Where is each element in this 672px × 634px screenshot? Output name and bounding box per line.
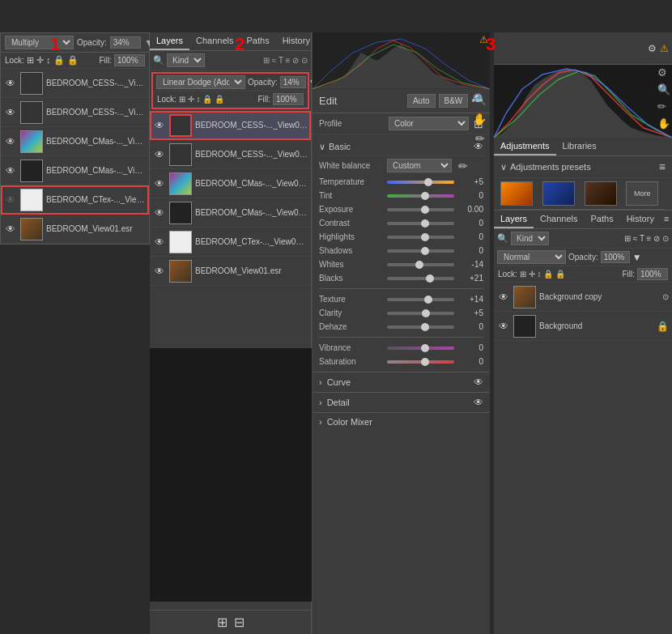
p1-blend-select[interactable]: Multiply Normal Linear Dodge (Add) xyxy=(5,36,74,49)
p2-kind-select[interactable]: Kind xyxy=(167,53,205,67)
p2-tab-channels[interactable]: Channels xyxy=(189,32,240,50)
p2-tab-paths[interactable]: Paths xyxy=(240,32,276,50)
p2-layer-0[interactable]: 👁 BEDROOM_CESS-..._View01.esr xyxy=(150,111,311,140)
cr-basic-header[interactable]: ∨ Basic 👁 xyxy=(319,138,483,156)
p1-eye-3[interactable]: 👁 xyxy=(4,164,17,177)
cr-highlights-thumb[interactable] xyxy=(421,233,429,241)
p3-settings-icon[interactable]: ⚙ xyxy=(648,43,657,54)
p1-eye-0[interactable]: 👁 xyxy=(4,77,17,90)
cr-contrast-track[interactable] xyxy=(387,222,454,225)
p2-layer-5[interactable]: 👁 BEDROOM_View01.esr xyxy=(150,257,311,286)
p2-layer-4[interactable]: 👁 BEDROOM_CTex-..._View01.esr xyxy=(150,228,311,257)
p2-eye-0[interactable]: 👁 xyxy=(153,119,166,132)
cr-shadows-track[interactable] xyxy=(387,249,454,253)
cr-texture-thumb[interactable] xyxy=(424,296,432,304)
cr-temp-thumb[interactable] xyxy=(424,178,432,186)
p3-layer-menu-icon[interactable]: ≡ xyxy=(661,211,672,228)
cr-profile-select[interactable]: Color B&W xyxy=(389,117,469,130)
p3-preset-1[interactable] xyxy=(500,181,533,206)
p2-blend-select[interactable]: Linear Dodge (Add) Normal Multiply xyxy=(156,75,245,89)
p1-eye-5[interactable]: 👁 xyxy=(4,223,17,236)
cr-contrast-thumb[interactable] xyxy=(421,219,429,228)
p3-fill-input[interactable] xyxy=(637,268,668,280)
p3-presets-chevron[interactable]: ∨ xyxy=(500,162,507,172)
p1-fill-input[interactable] xyxy=(114,54,145,66)
p2-layer-2[interactable]: 👁 BEDROOM_CMas-..._View01.esr xyxy=(150,169,311,198)
p3-preset-3[interactable] xyxy=(585,181,617,206)
cr-colormixer-accordion[interactable]: › Color Mixer xyxy=(313,412,490,431)
cr-zoom-tool-icon[interactable]: 🔍 xyxy=(473,93,487,106)
p3-blend-select[interactable]: Normal Multiply xyxy=(497,250,566,264)
cr-hand-tool-icon[interactable]: ✋ xyxy=(473,113,487,126)
p3-hand2-icon[interactable]: ✋ xyxy=(657,117,670,130)
cr-whites-track[interactable] xyxy=(387,263,454,266)
p1-eye-1[interactable]: 👁 xyxy=(4,106,17,119)
p2-eye-3[interactable]: 👁 xyxy=(153,206,166,219)
cr-highlights-track[interactable] xyxy=(387,236,454,239)
cr-dehaze-thumb[interactable] xyxy=(421,323,429,331)
cr-temp-track[interactable] xyxy=(387,181,454,184)
cr-clarity-track[interactable] xyxy=(387,312,454,315)
p1-eye-2[interactable]: 👁 xyxy=(4,135,17,148)
p3-channels-tab[interactable]: Channels xyxy=(534,211,584,228)
p1-layer-0[interactable]: 👁 BEDROOM_CESS-..._View01.esr xyxy=(1,69,149,98)
cr-blacks-track[interactable] xyxy=(387,277,454,280)
cr-tint-thumb[interactable] xyxy=(421,192,429,200)
p2-fill-input[interactable] xyxy=(273,93,304,105)
cr-shadows-thumb[interactable] xyxy=(421,247,429,255)
p3-eyedrop2-icon[interactable]: ✏ xyxy=(657,100,670,113)
cr-exp-thumb[interactable] xyxy=(421,206,429,214)
p2-eye-4[interactable]: 👁 xyxy=(153,236,166,249)
p1-layer-2[interactable]: 👁 BEDROOM_CMas-..._View01.esr xyxy=(1,127,149,156)
p3-history-tab[interactable]: History xyxy=(620,211,661,228)
cr-detail-accordion[interactable]: › Detail 👁 xyxy=(313,392,490,412)
p3-layer-bg[interactable]: 👁 Background 🔒 xyxy=(494,312,672,341)
cr-curve-eye[interactable]: 👁 xyxy=(474,377,483,388)
p3-presets-menu-icon[interactable]: ≡ xyxy=(659,160,666,173)
p3-layers-tab[interactable]: Layers xyxy=(494,211,534,228)
cr-tint-track[interactable] xyxy=(387,194,454,198)
p2-layer-3[interactable]: 👁 BEDROOM_CMas-..._View01.esr xyxy=(150,198,311,228)
p1-opacity-input[interactable] xyxy=(110,36,141,49)
p2-eye-2[interactable]: 👁 xyxy=(153,177,166,190)
cr-blacks-thumb[interactable] xyxy=(426,274,434,283)
p2-tab-history[interactable]: History xyxy=(276,32,317,50)
p3-lib-tab[interactable]: Libraries xyxy=(556,138,603,155)
p3-settings2-icon[interactable]: ⚙ xyxy=(657,66,670,79)
p2-eye-1[interactable]: 👁 xyxy=(153,148,166,161)
cr-exp-track[interactable] xyxy=(387,208,454,211)
cr-wb-select[interactable]: Custom As Shot Auto xyxy=(387,159,452,172)
p3-preset-2[interactable] xyxy=(542,181,575,206)
p1-layer-4[interactable]: 👁 BEDROOM_CTex-..._View01.esr xyxy=(1,185,149,215)
cr-whites-thumb[interactable] xyxy=(415,261,423,269)
cr-auto-btn[interactable]: Auto xyxy=(407,94,436,108)
cr-texture-track[interactable] xyxy=(387,298,454,301)
p3-layer-bg-copy[interactable]: 👁 Background copy ⊙ xyxy=(494,283,672,312)
p2-add-layer-icon[interactable]: ⊞ xyxy=(217,615,228,630)
cr-dehaze-track[interactable] xyxy=(387,326,454,329)
cr-curve-accordion[interactable]: › Curve 👁 xyxy=(313,372,490,392)
p3-paths-tab[interactable]: Paths xyxy=(585,211,620,228)
p3-adj-tab[interactable]: Adjustments xyxy=(494,138,556,155)
p1-layer-1[interactable]: 👁 BEDROOM_CESS-..._View01.esr xyxy=(1,98,149,127)
p2-panel-icon[interactable]: ⊟ xyxy=(234,615,245,630)
cr-detail-eye[interactable]: 👁 xyxy=(474,397,483,408)
p3-opc-input[interactable] xyxy=(601,251,630,263)
cr-wb-eyedrop-icon[interactable]: ✏ xyxy=(458,160,468,172)
cr-saturation-track[interactable] xyxy=(387,360,454,364)
p3-preset-more[interactable]: More xyxy=(626,181,658,206)
cr-bw-btn[interactable]: B&W xyxy=(439,94,469,108)
p2-opacity-input[interactable] xyxy=(280,76,306,88)
p3-eye-bg[interactable]: 👁 xyxy=(497,320,510,333)
p1-layer-5[interactable]: 👁 BEDROOM_View01.esr xyxy=(1,215,149,244)
p1-eye-4[interactable]: 👁 xyxy=(4,194,17,206)
p2-eye-5[interactable]: 👁 xyxy=(153,265,166,278)
p3-kind-select[interactable]: Kind xyxy=(511,232,549,245)
p2-tab-layers[interactable]: Layers xyxy=(150,32,189,50)
cr-vibrance-thumb[interactable] xyxy=(421,344,429,352)
p3-zoom2-icon[interactable]: 🔍 xyxy=(657,83,670,96)
cr-saturation-thumb[interactable] xyxy=(421,358,429,366)
cr-clarity-thumb[interactable] xyxy=(422,309,430,317)
cr-vibrance-track[interactable] xyxy=(387,347,454,350)
cr-eyedrop-tool-icon[interactable]: ✏ xyxy=(475,132,485,145)
